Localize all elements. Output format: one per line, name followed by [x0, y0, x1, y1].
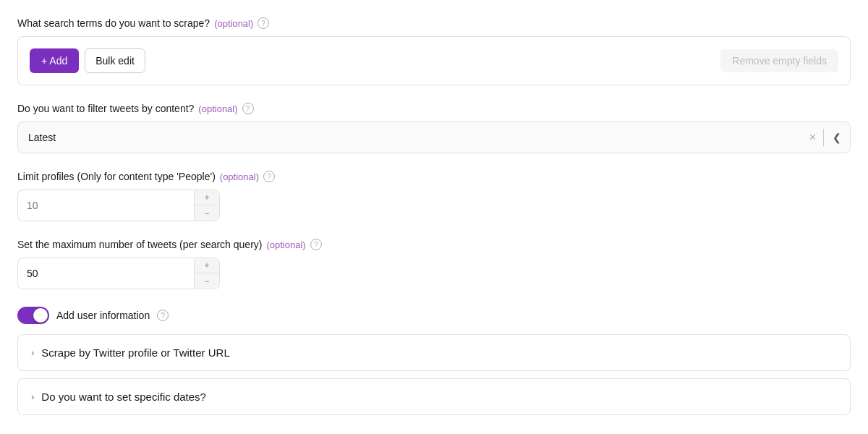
collapsible-title-2: Do you want to set specific dates?: [41, 391, 206, 403]
max-tweets-label: Set the maximum number of tweets (per se…: [17, 239, 851, 250]
max-tweets-optional-badge: (optional): [266, 239, 305, 250]
search-terms-toolbar: + Add Bulk edit Remove empty fields: [30, 48, 838, 73]
filter-tweets-section: Do you want to filter tweets by content?…: [17, 103, 851, 153]
filter-optional-badge: (optional): [198, 103, 237, 114]
filter-tweets-chevron-icon[interactable]: ❮: [824, 132, 850, 143]
search-terms-label: What search terms do you want to scrape?…: [17, 17, 851, 29]
max-tweets-increment[interactable]: +: [195, 258, 219, 273]
search-terms-help-icon[interactable]: ?: [258, 17, 269, 29]
max-tweets-decrement[interactable]: −: [195, 273, 219, 289]
limit-optional-badge: (optional): [220, 171, 259, 182]
collapsible-chevron-icon-1: ›: [31, 347, 34, 358]
toggle-thumb: [33, 308, 48, 323]
max-tweets-input-wrapper: + −: [17, 258, 220, 289]
add-button[interactable]: + Add: [30, 48, 79, 73]
collapsible-chevron-icon-2: ›: [31, 391, 34, 402]
limit-profiles-label: Limit profiles (Only for content type 'P…: [17, 171, 851, 182]
collapsible-specific-dates[interactable]: › Do you want to set specific dates?: [17, 378, 851, 415]
filter-tweets-label: Do you want to filter tweets by content?…: [17, 103, 851, 114]
user-info-label: Add user information: [56, 310, 150, 321]
filter-tweets-value: Latest: [28, 132, 802, 143]
bulk-edit-button[interactable]: Bulk edit: [85, 48, 145, 73]
max-tweets-stepper: + −: [194, 258, 220, 289]
collapsible-twitter-profile[interactable]: › Scrape by Twitter profile or Twitter U…: [17, 334, 851, 371]
optional-badge: (optional): [214, 18, 253, 29]
limit-profiles-input[interactable]: [17, 190, 194, 221]
limit-profiles-decrement[interactable]: −: [195, 205, 219, 221]
search-terms-box: + Add Bulk edit Remove empty fields: [17, 36, 851, 85]
limit-profiles-section: Limit profiles (Only for content type 'P…: [17, 171, 851, 221]
limit-profiles-increment[interactable]: +: [195, 190, 219, 205]
filter-tweets-clear-icon[interactable]: ×: [802, 131, 823, 144]
remove-empty-fields-button[interactable]: Remove empty fields: [720, 49, 838, 72]
max-tweets-input[interactable]: [17, 258, 194, 289]
user-info-toggle[interactable]: [17, 307, 49, 324]
limit-profiles-help-icon[interactable]: ?: [263, 171, 275, 182]
filter-tweets-help-icon[interactable]: ?: [242, 103, 254, 114]
user-info-help-icon[interactable]: ?: [157, 310, 169, 321]
limit-profiles-stepper: + −: [194, 190, 220, 221]
user-info-toggle-row: Add user information ?: [17, 307, 851, 324]
toolbar-left: + Add Bulk edit: [30, 48, 145, 73]
max-tweets-section: Set the maximum number of tweets (per se…: [17, 239, 851, 289]
search-terms-section: What search terms do you want to scrape?…: [17, 17, 851, 85]
limit-profiles-input-wrapper: + −: [17, 190, 220, 221]
max-tweets-help-icon[interactable]: ?: [310, 239, 322, 250]
filter-tweets-dropdown[interactable]: Latest × ❮: [17, 122, 851, 153]
collapsible-title-1: Scrape by Twitter profile or Twitter URL: [41, 346, 229, 359]
